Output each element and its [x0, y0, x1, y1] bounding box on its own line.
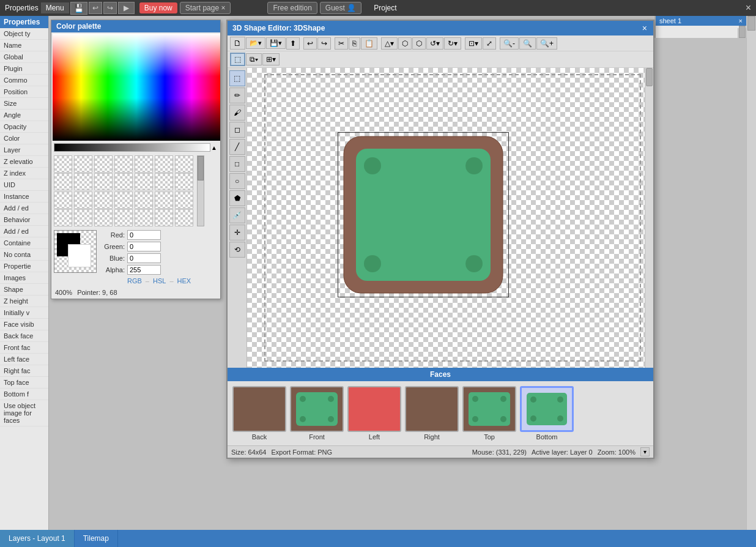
- face-front-item[interactable]: Front: [290, 386, 344, 441]
- prop-shape[interactable]: Shape: [0, 284, 48, 296]
- hsl-link[interactable]: HSL: [153, 277, 166, 285]
- prop-left-face[interactable]: Left face: [0, 354, 48, 365]
- prop-instance[interactable]: Instance: [0, 191, 48, 203]
- prop-front-face[interactable]: Front fac: [0, 342, 48, 354]
- color-gradient[interactable]: [53, 34, 220, 141]
- free-edition-button[interactable]: Free edition: [267, 2, 317, 14]
- swatch[interactable]: [175, 192, 193, 209]
- line-tool-btn[interactable]: ╱: [229, 139, 245, 155]
- start-page-button[interactable]: Start page ×: [180, 2, 231, 14]
- face-back-item[interactable]: Back: [232, 386, 286, 441]
- cut-btn[interactable]: ✂: [335, 37, 348, 50]
- swatch[interactable]: [155, 173, 173, 190]
- swatch[interactable]: [135, 209, 153, 226]
- prop-position[interactable]: Position: [0, 86, 48, 98]
- prop-back-face[interactable]: Back face: [0, 330, 48, 342]
- swatch[interactable]: [135, 173, 153, 190]
- hex-link[interactable]: HEX: [177, 277, 191, 285]
- sub-panel-close-btn[interactable]: ×: [739, 17, 743, 24]
- redo-editor-btn[interactable]: ↪: [317, 37, 331, 50]
- prop-add-ed2[interactable]: Add / ed: [0, 226, 48, 237]
- swatch[interactable]: [54, 173, 72, 190]
- prop-plugin[interactable]: Plugin: [0, 63, 48, 75]
- rotate-cw-btn[interactable]: ↻▾: [444, 37, 461, 50]
- play-button[interactable]: ▶: [118, 2, 135, 14]
- prop-object-type[interactable]: Object ty: [0, 28, 48, 40]
- top-close-button[interactable]: ×: [746, 2, 751, 13]
- ellipse-tool-btn[interactable]: ○: [229, 173, 245, 189]
- menu-button[interactable]: Menu: [41, 2, 69, 13]
- swatch[interactable]: [94, 155, 113, 173]
- swatch[interactable]: [175, 209, 193, 226]
- shape-editor-close[interactable]: ×: [641, 23, 648, 33]
- face-right-item[interactable]: Right: [405, 386, 459, 441]
- prop-uid[interactable]: UID: [0, 179, 48, 191]
- prop-z-height[interactable]: Z height: [0, 296, 48, 307]
- copy-btn[interactable]: ⎘: [349, 37, 360, 50]
- eyedrop-tool-btn[interactable]: 💉: [229, 207, 245, 223]
- face-left-item[interactable]: Left: [347, 386, 401, 441]
- swatch[interactable]: [175, 155, 193, 173]
- swatch[interactable]: [135, 192, 153, 209]
- erase-tool-btn[interactable]: ◻: [229, 122, 245, 138]
- triangle-btn[interactable]: △▾: [381, 37, 398, 50]
- zoom-in-btn[interactable]: 🔍+: [536, 37, 557, 50]
- open-file-btn[interactable]: 📂▾: [246, 37, 265, 49]
- swatch[interactable]: [94, 173, 113, 190]
- zoom-down-btn[interactable]: ▾: [640, 447, 650, 456]
- zoom-out-btn[interactable]: 🔍-: [500, 37, 519, 50]
- prop-angle[interactable]: Angle: [0, 110, 48, 121]
- prop-add-ed1[interactable]: Add / ed: [0, 203, 48, 214]
- prop-layer[interactable]: Layer: [0, 144, 48, 156]
- brightness-slider[interactable]: [54, 143, 210, 152]
- layers-layout-tab[interactable]: Layers - Layout 1: [0, 530, 75, 547]
- face-bottom-item[interactable]: Bottom: [520, 386, 574, 441]
- export-btn[interactable]: ⬆: [286, 37, 300, 50]
- mirror-v-btn[interactable]: ⬡: [412, 37, 426, 50]
- prop-initially-v[interactable]: Initially v: [0, 307, 48, 319]
- move-tool-btn[interactable]: ✛: [229, 225, 245, 240]
- fill-tool-btn[interactable]: ⬟: [229, 190, 245, 206]
- swatch[interactable]: [155, 192, 173, 209]
- prop-z-elevation[interactable]: Z elevatio: [0, 156, 48, 168]
- undo-button[interactable]: ↩: [89, 2, 102, 14]
- prop-face-visible[interactable]: Face visib: [0, 319, 48, 330]
- select-tool-btn[interactable]: ⬚: [229, 70, 245, 86]
- crop-btn[interactable]: ⊡▾: [465, 37, 482, 50]
- right-sub-scrollbar[interactable]: [738, 28, 746, 38]
- grid-btn[interactable]: ⊞▾: [262, 53, 280, 65]
- swatch-scrollbar[interactable]: [197, 155, 204, 226]
- prop-images[interactable]: Images: [0, 272, 48, 284]
- green-input[interactable]: [127, 242, 161, 251]
- swatch[interactable]: [114, 192, 133, 209]
- resize-btn[interactable]: ⤢: [483, 37, 496, 50]
- prop-bottom-face[interactable]: Bottom f: [0, 389, 48, 400]
- swatch[interactable]: [74, 155, 92, 173]
- swatch[interactable]: [54, 209, 72, 226]
- canvas-area[interactable]: ⬚ ✏ 🖌 ◻ ╱ □ ○ ⬟ 💉 ✛ ⟲: [228, 68, 653, 368]
- buy-now-button[interactable]: Buy now: [139, 2, 177, 13]
- swatch[interactable]: [135, 155, 153, 173]
- brush-tool-btn[interactable]: 🖌: [229, 105, 245, 121]
- save-file-btn[interactable]: 💾▾: [266, 37, 286, 49]
- swatch[interactable]: [114, 209, 133, 226]
- pencil-tool-btn[interactable]: ✏: [229, 87, 245, 103]
- transform-tool-btn[interactable]: ⟲: [229, 242, 245, 258]
- prop-behavior[interactable]: Behavior: [0, 214, 48, 226]
- layer-btn[interactable]: ⧉▾: [246, 53, 262, 65]
- rect-tool-btn[interactable]: □: [229, 156, 245, 172]
- zoom-100-btn[interactable]: 🔍: [519, 37, 536, 50]
- prop-opacity[interactable]: Opacity: [0, 121, 48, 133]
- canvas-scrollbar-v[interactable]: [645, 68, 653, 368]
- guest-button[interactable]: Guest 👤: [320, 2, 361, 14]
- prop-properties[interactable]: Propertie: [0, 261, 48, 272]
- main-scrollbar-v[interactable]: [746, 16, 756, 530]
- new-file-btn[interactable]: 🗋: [230, 37, 245, 50]
- prop-color[interactable]: Color: [0, 133, 48, 144]
- swatch[interactable]: [175, 173, 193, 190]
- prop-top-face[interactable]: Top face: [0, 377, 48, 389]
- prop-container[interactable]: Containe: [0, 237, 48, 249]
- swatch[interactable]: [155, 155, 173, 173]
- face-top-item[interactable]: Top: [462, 386, 516, 441]
- swatch[interactable]: [74, 173, 92, 190]
